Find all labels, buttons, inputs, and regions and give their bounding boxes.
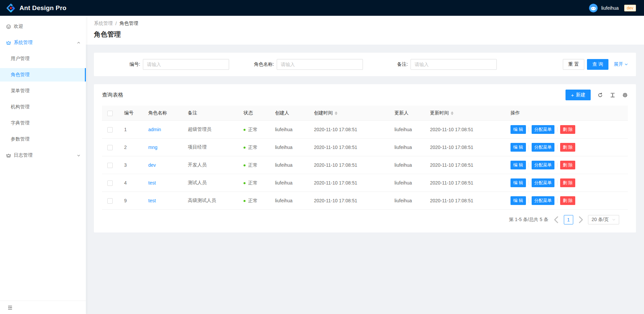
sorter-icon[interactable] xyxy=(451,111,453,115)
expand-toggle[interactable]: 展开 xyxy=(614,61,628,67)
sidebar-item-menu-management[interactable]: 菜单管理 xyxy=(0,84,86,98)
sidebar-item-dict-management[interactable]: 字典管理 xyxy=(0,116,86,130)
divider xyxy=(529,198,529,203)
table-title: 查询表格 xyxy=(102,92,123,99)
search-field-remark: 备注: xyxy=(370,59,497,70)
role-id-cell: 2 xyxy=(119,139,143,156)
assign-menu-button[interactable]: 分配菜单 xyxy=(532,161,554,169)
creator-cell: liufeihua xyxy=(270,139,309,156)
header-user-area[interactable]: liufeihua dev xyxy=(589,4,636,12)
creator-cell: liufeihua xyxy=(270,156,309,174)
chevron-down-icon xyxy=(625,63,628,66)
sidebar-item-role-management[interactable]: 角色管理 xyxy=(0,68,86,82)
sidebar-item-org-management[interactable]: 机构管理 xyxy=(0,100,86,114)
assign-menu-button[interactable]: 分配菜单 xyxy=(532,178,554,187)
next-page-button[interactable] xyxy=(576,215,585,224)
username[interactable]: liufeihua xyxy=(601,5,619,11)
sidebar-menu: 欢迎 系统管理 用户管理 角色管理 xyxy=(0,16,86,162)
sorter-icon[interactable] xyxy=(335,111,337,115)
column-height-icon[interactable] xyxy=(610,92,615,98)
row-checkbox[interactable] xyxy=(107,198,113,204)
edit-button[interactable]: 编 辑 xyxy=(511,143,526,152)
delete-button[interactable]: 删 除 xyxy=(560,161,576,169)
sidebar-item-welcome[interactable]: 欢迎 xyxy=(0,20,86,33)
status-dot-icon xyxy=(244,129,246,131)
divider xyxy=(529,127,529,132)
select-all-checkbox[interactable] xyxy=(107,111,113,116)
sidebar-item-system-management[interactable]: 系统管理 xyxy=(0,36,86,49)
app-header: Ant Design Pro liufeihua dev xyxy=(0,0,644,16)
brand[interactable]: Ant Design Pro xyxy=(6,3,66,13)
sidebar-item-label: 角色管理 xyxy=(11,72,30,78)
page-size-select[interactable]: 20 条/页 xyxy=(588,215,619,224)
sidebar-collapse-trigger[interactable] xyxy=(0,301,86,314)
smile-icon xyxy=(6,24,11,29)
create-time-cell: 2020-11-10 17:08:51 xyxy=(309,174,389,192)
sidebar-item-log-management[interactable]: 日志管理 xyxy=(0,149,86,162)
sidebar-item-user-management[interactable]: 用户管理 xyxy=(0,52,86,65)
search-form: 编号: 角色名称: 备注: 重 置 查 询 展开 xyxy=(94,53,636,76)
table-header-row: 编号 角色名称 备注 状态 创建人 创建时间 更新人 xyxy=(102,106,628,121)
status-dot-icon xyxy=(244,147,246,149)
role-name-link[interactable]: admin xyxy=(148,127,161,132)
reset-button[interactable]: 重 置 xyxy=(563,59,584,70)
search-field-role-name: 角色名称: xyxy=(236,59,363,70)
sidebar-item-label: 字典管理 xyxy=(11,120,30,126)
status-badge: 正常 xyxy=(248,162,258,168)
column-header-create-time[interactable]: 创建时间 xyxy=(309,106,389,121)
row-checkbox[interactable] xyxy=(107,127,113,133)
chevron-up-icon xyxy=(77,41,80,45)
page-title: 角色管理 xyxy=(94,30,636,39)
prev-page-button[interactable] xyxy=(552,215,561,224)
pagination-total: 第 1-5 条/总共 5 条 xyxy=(509,217,548,223)
status-dot-icon xyxy=(244,182,246,184)
delete-button[interactable]: 删 除 xyxy=(560,196,576,205)
column-header-role-name: 角色名称 xyxy=(143,106,182,121)
column-header-remark: 备注 xyxy=(182,106,238,121)
assign-menu-button[interactable]: 分配菜单 xyxy=(532,196,554,205)
role-name-input[interactable] xyxy=(277,59,363,70)
table-row: 1admin超级管理员正常liufeihua2020-11-10 17:08:5… xyxy=(102,121,628,139)
row-checkbox[interactable] xyxy=(107,163,113,168)
row-checkbox[interactable] xyxy=(107,145,113,150)
edit-button[interactable]: 编 辑 xyxy=(511,161,526,169)
role-name-link[interactable]: test xyxy=(148,180,156,186)
column-header-update-time[interactable]: 更新时间 xyxy=(425,106,505,121)
plus-icon: + xyxy=(571,93,574,98)
id-input[interactable] xyxy=(143,59,229,70)
delete-button[interactable]: 删 除 xyxy=(560,178,576,187)
role-id-cell: 9 xyxy=(119,192,143,210)
sidebar: 欢迎 系统管理 用户管理 角色管理 xyxy=(0,16,86,314)
breadcrumb-parent[interactable]: 系统管理 xyxy=(94,20,113,27)
role-name-link[interactable]: mng xyxy=(148,145,157,150)
table-row: 2mng项目经理正常liufeihua2020-11-10 17:08:51li… xyxy=(102,139,628,156)
delete-button[interactable]: 删 除 xyxy=(560,125,576,134)
edit-button[interactable]: 编 辑 xyxy=(511,196,526,205)
create-time-cell: 2020-11-10 17:08:51 xyxy=(309,156,389,174)
assign-menu-button[interactable]: 分配菜单 xyxy=(532,143,554,152)
column-header-label: 创建时间 xyxy=(314,110,333,116)
role-name-link[interactable]: dev xyxy=(148,162,156,168)
updater-cell: liufeihua xyxy=(389,156,425,174)
delete-button[interactable]: 删 除 xyxy=(560,143,576,152)
sidebar-item-label: 用户管理 xyxy=(11,56,30,62)
query-button[interactable]: 查 询 xyxy=(587,59,608,70)
role-remark-cell: 超级管理员 xyxy=(182,121,238,139)
remark-input[interactable] xyxy=(411,59,497,70)
table-row: 9test高级测试人员正常liufeihua2020-11-10 17:08:5… xyxy=(102,192,628,210)
settings-gear-icon[interactable] xyxy=(622,92,628,98)
edit-button[interactable]: 编 辑 xyxy=(511,178,526,187)
reload-icon[interactable] xyxy=(597,92,603,98)
search-field-id: 编号: xyxy=(102,59,229,70)
edit-button[interactable]: 编 辑 xyxy=(511,125,526,134)
user-avatar[interactable] xyxy=(589,4,598,12)
creator-cell: liufeihua xyxy=(270,174,309,192)
row-checkbox[interactable] xyxy=(107,180,113,186)
update-time-cell: 2020-11-10 17:08:51 xyxy=(425,139,505,156)
assign-menu-button[interactable]: 分配菜单 xyxy=(532,125,554,134)
sidebar-item-param-management[interactable]: 参数管理 xyxy=(0,133,86,146)
page-number-1[interactable]: 1 xyxy=(564,215,573,224)
role-name-link[interactable]: test xyxy=(148,198,156,203)
updater-cell: liufeihua xyxy=(389,174,425,192)
new-button[interactable]: + 新建 xyxy=(566,90,591,100)
